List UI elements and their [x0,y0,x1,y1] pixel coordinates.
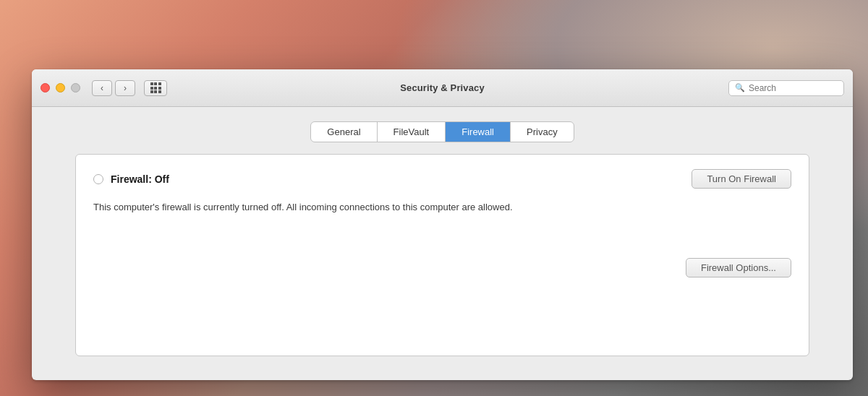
firewall-status-row: Firewall: Off Turn On Firewall [93,169,791,189]
firewall-options-button[interactable]: Firewall Options... [686,258,791,277]
turn-on-firewall-button[interactable]: Turn On Firewall [692,169,791,189]
search-input[interactable] [749,83,838,93]
system-preferences-window: ‹ › Security & Privacy 🔍 General FileVau [32,69,853,380]
firewall-status-indicator [93,174,103,184]
firewall-status-label: Firewall: Off [111,173,169,185]
back-icon: ‹ [101,83,103,93]
content-area: General FileVault Firewall Privacy Firew… [32,107,853,356]
close-button[interactable] [41,83,50,92]
firewall-panel: Firewall: Off Turn On Firewall This comp… [75,154,809,356]
window-title: Security & Privacy [400,82,485,93]
tabs-container: General FileVault Firewall Privacy [32,107,853,154]
tab-filevault[interactable]: FileVault [378,122,446,142]
back-button[interactable]: ‹ [92,80,112,96]
traffic-lights [41,83,80,92]
minimize-button[interactable] [56,83,65,92]
status-left: Firewall: Off [93,173,169,185]
firewall-description: This computer's firewall is currently tu… [93,200,585,215]
search-icon: 🔍 [735,83,745,92]
tab-privacy[interactable]: Privacy [511,122,574,142]
tabs-wrapper: General FileVault Firewall Privacy [310,121,574,142]
zoom-button[interactable] [71,83,80,92]
search-box[interactable]: 🔍 [728,80,844,96]
grid-view-button[interactable] [144,80,167,96]
firewall-options-row: Firewall Options... [93,258,791,277]
tab-general[interactable]: General [311,122,377,142]
tab-firewall[interactable]: Firewall [446,122,511,142]
nav-buttons: ‹ › [92,80,135,96]
titlebar: ‹ › Security & Privacy 🔍 [32,69,853,107]
forward-button[interactable]: › [115,80,135,96]
grid-icon [150,82,161,93]
forward-icon: › [124,83,127,93]
